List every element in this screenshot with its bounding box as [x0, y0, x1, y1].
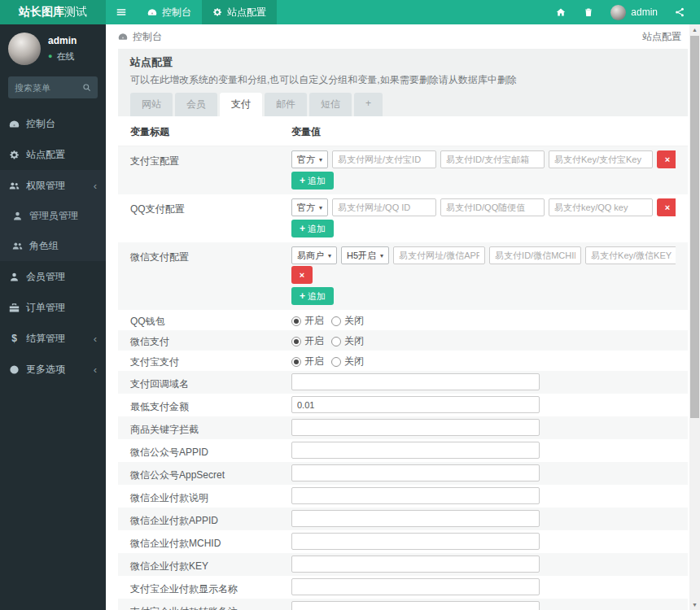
- config-value-input[interactable]: [291, 578, 540, 595]
- home-button[interactable]: [547, 0, 575, 24]
- config-input[interactable]: [549, 198, 653, 216]
- append-button[interactable]: +追加: [291, 287, 334, 305]
- share-button[interactable]: [666, 0, 693, 24]
- radio-option[interactable]: 关闭: [331, 355, 364, 368]
- row-label: QQ支付配置: [130, 198, 291, 216]
- vertical-scrollbar[interactable]: ▲ ▼: [689, 24, 700, 610]
- select-value: H5开启: [347, 250, 376, 262]
- config-select[interactable]: 易商户▾: [291, 246, 337, 264]
- config-input[interactable]: [585, 246, 676, 264]
- config-value-input[interactable]: [291, 442, 540, 459]
- config-input[interactable]: [440, 198, 545, 216]
- user-menu[interactable]: admin: [602, 5, 666, 20]
- radio-option[interactable]: 关闭: [331, 334, 364, 348]
- config-input[interactable]: [393, 246, 485, 264]
- sidebar-item-site-config[interactable]: 站点配置: [0, 139, 106, 170]
- tab-add[interactable]: +: [354, 93, 383, 116]
- config-row: 支付宝企业付款转账备注: [118, 599, 688, 610]
- user-avatar: [8, 33, 41, 65]
- row-label: 最低支付金额: [130, 396, 291, 414]
- sidebar-item-more[interactable]: 更多选项 ‹: [0, 354, 106, 385]
- sidebar-item-settle[interactable]: $ 结算管理 ‹: [0, 323, 106, 354]
- tab-email[interactable]: 邮件: [265, 93, 307, 116]
- breadcrumb-dashboard[interactable]: 控制台: [118, 30, 162, 44]
- app-logo[interactable]: 站长图库测试: [0, 0, 106, 24]
- row-label: QQ钱包: [130, 312, 291, 329]
- sidebar-item-admin-manage[interactable]: 管理员管理: [0, 201, 106, 231]
- dashboard-icon: [118, 32, 128, 41]
- config-row: 微信支付开启关闭: [118, 330, 688, 351]
- config-value-input[interactable]: [291, 487, 540, 504]
- row-label: 支付宝配置: [130, 150, 291, 168]
- config-input[interactable]: [489, 246, 581, 264]
- config-value-input[interactable]: [291, 601, 540, 610]
- remove-button[interactable]: ×: [657, 198, 676, 216]
- user-status: ● 在线: [48, 50, 77, 63]
- scroll-up-icon[interactable]: ▲: [689, 24, 700, 35]
- breadcrumb-current: 站点配置: [642, 30, 681, 44]
- top-navbar: 站长图库测试 控制台 站点配置 admin: [0, 0, 700, 24]
- radio-option[interactable]: 开启: [291, 334, 324, 348]
- nav-tab-label: 控制台: [162, 6, 191, 20]
- sidebar-item-member[interactable]: 会员管理: [0, 261, 106, 292]
- menu-search-input[interactable]: [15, 83, 82, 93]
- sidebar-item-dashboard[interactable]: 控制台: [0, 108, 106, 139]
- scrollbar-thumb[interactable]: [690, 36, 699, 418]
- config-value-input[interactable]: [291, 419, 540, 436]
- breadcrumb: 控制台 站点配置: [106, 24, 689, 46]
- config-value-input[interactable]: [291, 464, 540, 481]
- radio-option[interactable]: 开启: [291, 314, 324, 328]
- config-input[interactable]: [332, 198, 436, 216]
- config-value-input[interactable]: [291, 556, 540, 573]
- config-input[interactable]: [332, 150, 436, 168]
- row-label: 微信公众号APPID: [130, 442, 291, 460]
- sidebar-toggle-button[interactable]: [106, 0, 137, 24]
- clear-cache-button[interactable]: [575, 0, 602, 24]
- config-input[interactable]: [440, 150, 545, 168]
- row-value: 官方▾×+追加: [291, 198, 676, 238]
- sidebar-item-order[interactable]: 订单管理: [0, 292, 106, 323]
- radio-icon: [291, 337, 301, 346]
- tab-sms[interactable]: 短信: [309, 93, 352, 116]
- config-value-input[interactable]: [291, 533, 540, 550]
- radio-option[interactable]: 关闭: [331, 314, 364, 328]
- scroll-down-icon[interactable]: ▼: [689, 599, 700, 610]
- config-value-input[interactable]: [291, 396, 540, 413]
- sidebar-item-role-group[interactable]: 角色组: [0, 231, 106, 261]
- config-select[interactable]: 官方▾: [291, 150, 328, 168]
- dashboard-icon: [9, 119, 20, 129]
- config-row: 支付宝支付开启关闭: [118, 351, 688, 371]
- config-value-input[interactable]: [291, 510, 540, 527]
- status-label: 在线: [56, 50, 74, 63]
- search-icon[interactable]: [82, 83, 91, 92]
- radio-option[interactable]: 开启: [291, 355, 324, 368]
- config-row: 微信公众号APPID: [118, 439, 688, 462]
- user-icon: [9, 272, 20, 282]
- sidebar-item-auth[interactable]: 权限管理 ‹: [0, 170, 106, 201]
- control-line: 官方▾×: [291, 150, 676, 168]
- config-table: 变量标题 变量值 支付宝配置官方▾×+追加QQ支付配置官方▾×+追加微信支付配置…: [118, 116, 688, 610]
- append-button[interactable]: +追加: [291, 172, 334, 190]
- row-value: [291, 510, 676, 527]
- config-input[interactable]: [549, 150, 653, 168]
- tab-member[interactable]: 会员: [175, 93, 217, 116]
- config-row: 微信企业付款KEY: [118, 553, 688, 576]
- config-select[interactable]: H5开启▾: [341, 246, 389, 264]
- radio-group: 开启关闭: [291, 352, 676, 368]
- radio-label: 开启: [304, 334, 324, 348]
- briefcase-icon: [9, 303, 20, 313]
- append-button[interactable]: +追加: [291, 220, 334, 237]
- config-row: 微信企业付款APPID: [118, 508, 688, 530]
- config-value-input[interactable]: [291, 373, 540, 390]
- nav-tab-site-config[interactable]: 站点配置: [202, 0, 277, 24]
- row-value: [291, 373, 676, 390]
- users-icon: [9, 181, 20, 191]
- config-select[interactable]: 官方▾: [291, 198, 328, 216]
- tab-payment[interactable]: 支付: [220, 93, 262, 116]
- remove-button[interactable]: ×: [291, 266, 313, 284]
- radio-icon: [331, 316, 341, 326]
- config-row: 最低支付金额: [118, 394, 688, 416]
- nav-tab-dashboard[interactable]: 控制台: [137, 0, 202, 24]
- remove-button[interactable]: ×: [657, 150, 676, 168]
- tab-website[interactable]: 网站: [130, 93, 173, 116]
